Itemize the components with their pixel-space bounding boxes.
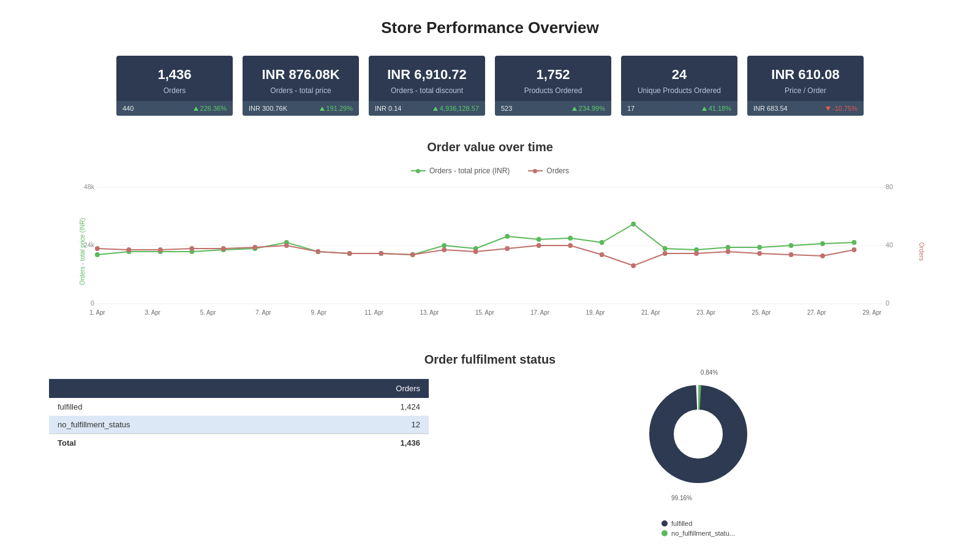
- legend-fulfilled: fulfilled: [662, 520, 735, 527]
- svg-point-30: [757, 245, 762, 250]
- svg-text:11. Apr: 11. Apr: [364, 309, 383, 316]
- svg-point-52: [663, 251, 668, 256]
- arrow-up-icon: [433, 107, 438, 111]
- fulfillment-section: Order fulfilment status Orders fulfilled…: [49, 353, 931, 539]
- svg-text:3. Apr: 3. Apr: [145, 309, 161, 316]
- col-header-orders: Orders: [309, 379, 429, 398]
- svg-text:21. Apr: 21. Apr: [641, 309, 660, 316]
- svg-text:1. Apr: 1. Apr: [89, 309, 105, 316]
- kpi-change: 226.36%: [194, 105, 227, 112]
- svg-point-46: [473, 249, 478, 254]
- kpi-footer: 17 41.18%: [621, 101, 737, 116]
- svg-text:27. Apr: 27. Apr: [807, 309, 826, 316]
- svg-point-49: [568, 243, 573, 248]
- fulfillment-content: Orders fulfilled 1,424 no_fulfillment_st…: [49, 379, 931, 539]
- kpi-value: INR 876.08K: [251, 67, 350, 83]
- svg-point-41: [315, 249, 320, 254]
- svg-point-56: [789, 252, 794, 257]
- svg-point-32: [820, 241, 825, 246]
- svg-point-34: [95, 246, 100, 251]
- svg-point-44: [410, 252, 415, 257]
- row-status: no_fulfillment_status: [49, 416, 309, 434]
- page-container: Store Performance Overview 1,436 Orders …: [0, 0, 980, 551]
- table-row: no_fulfillment_status 12: [49, 416, 429, 434]
- kpi-value: 1,436: [125, 67, 224, 83]
- legend-green-line: [411, 170, 426, 171]
- svg-point-76: [675, 411, 722, 457]
- total-label: Total: [49, 434, 309, 452]
- order-value-chart-section: Order value over time Orders - total pri…: [49, 140, 931, 322]
- kpi-main: INR 6,910.72 Orders - total discount: [369, 56, 485, 101]
- kpi-card-products_ordered: 1,752 Products Ordered 523 234.99%: [495, 56, 611, 116]
- kpi-main: 1,436 Orders: [116, 56, 233, 101]
- kpi-card-total_price: INR 876.08K Orders - total price INR 300…: [243, 56, 359, 116]
- kpi-label: Unique Products Ordered: [630, 86, 729, 95]
- row-orders: 1,424: [309, 398, 429, 416]
- kpi-change-pct: 4,936,128.57: [440, 105, 479, 112]
- donut-label-top: 0.84%: [701, 369, 718, 376]
- kpi-label: Orders - total price: [251, 86, 350, 95]
- svg-text:0: 0: [91, 299, 94, 307]
- legend-label-orders: Orders: [546, 167, 569, 175]
- col-header-status: [49, 379, 309, 398]
- kpi-main: 24 Unique Products Ordered: [621, 56, 737, 101]
- svg-point-40: [284, 243, 289, 248]
- svg-text:40: 40: [886, 241, 893, 249]
- kpi-prev-value: 523: [501, 105, 512, 112]
- kpi-change: 41.18%: [702, 105, 731, 112]
- legend-item-orders: Orders: [528, 167, 569, 175]
- svg-text:7. Apr: 7. Apr: [255, 309, 271, 316]
- legend-pink-line: [528, 170, 543, 171]
- y-right-label: Orders: [918, 242, 925, 261]
- kpi-change-pct: -10.75%: [832, 105, 858, 112]
- donut-chart-wrap: 0.84% 99.16%: [466, 379, 931, 539]
- kpi-label: Orders: [125, 86, 224, 95]
- donut-chart-container: 0.84% 99.16%: [643, 379, 753, 489]
- kpi-row: 1,436 Orders 440 226.36% INR 876.08K Ord…: [49, 56, 931, 116]
- kpi-label: Orders - total discount: [377, 86, 477, 95]
- row-status: fulfilled: [49, 398, 309, 416]
- donut-svg: [643, 379, 753, 489]
- kpi-value: 1,752: [503, 67, 603, 83]
- svg-point-26: [631, 222, 636, 227]
- svg-text:80: 80: [886, 183, 893, 190]
- svg-point-43: [379, 251, 383, 256]
- kpi-change: 234.99%: [572, 105, 605, 112]
- arrow-up-icon: [194, 107, 198, 111]
- arrow-down-icon: [826, 107, 831, 111]
- svg-point-57: [820, 253, 825, 258]
- kpi-value: 24: [630, 67, 729, 83]
- svg-text:9. Apr: 9. Apr: [311, 309, 327, 316]
- svg-point-36: [158, 247, 163, 252]
- kpi-footer: 440 226.36%: [116, 101, 233, 116]
- legend-fulfilled-label: fulfilled: [671, 520, 692, 527]
- svg-point-45: [442, 247, 447, 252]
- svg-text:17. Apr: 17. Apr: [530, 309, 549, 316]
- kpi-prev-value: 440: [123, 105, 134, 112]
- kpi-prev-value: INR 683.54: [753, 105, 788, 112]
- y-left-label: Orders - total price (INR): [79, 218, 86, 285]
- legend-item-price: Orders - total price (INR): [411, 167, 510, 175]
- svg-point-27: [663, 246, 668, 251]
- svg-point-51: [631, 263, 636, 268]
- dot-dark: [662, 520, 668, 527]
- kpi-change: 191.29%: [320, 105, 353, 112]
- kpi-footer: 523 234.99%: [495, 101, 611, 116]
- line-chart-svg: 48k 24k 0 80 40 0: [74, 181, 907, 316]
- svg-point-33: [852, 240, 857, 245]
- svg-point-29: [726, 245, 731, 250]
- table-row: fulfilled 1,424: [49, 398, 429, 416]
- svg-point-48: [537, 243, 541, 248]
- svg-point-39: [252, 245, 257, 250]
- chart-title: Order value over time: [49, 140, 931, 154]
- kpi-change-pct: 41.18%: [709, 105, 731, 112]
- svg-point-42: [347, 251, 352, 256]
- kpi-value: INR 610.08: [756, 67, 855, 83]
- kpi-main: INR 610.08 Price / Order: [747, 56, 864, 101]
- kpi-label: Price / Order: [756, 86, 855, 95]
- svg-point-9: [95, 252, 100, 257]
- arrow-up-icon: [572, 107, 577, 111]
- kpi-footer: INR 0.14 4,936,128.57: [369, 101, 485, 116]
- donut-label-bottom: 99.16%: [671, 495, 692, 501]
- fulfillment-title: Order fulfilment status: [49, 353, 931, 367]
